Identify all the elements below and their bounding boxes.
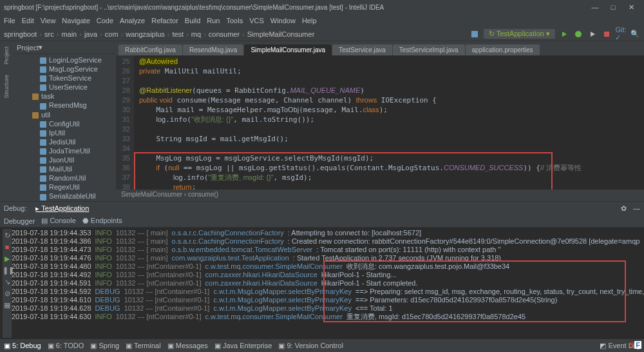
- layout-icon[interactable]: ▦: [3, 301, 12, 310]
- menu-vcs[interactable]: VCS: [249, 17, 264, 24]
- toolwindow-button[interactable]: ▣ Java Enterprise: [214, 342, 272, 350]
- debug-settings-icon[interactable]: ✿: [621, 204, 627, 213]
- debug-hide-button[interactable]: —: [633, 204, 640, 212]
- menu-refactor[interactable]: Refactor: [151, 17, 178, 24]
- nav-breadcrumb-bar: springboot›src›main›java›com›wangzaiplus…: [0, 27, 644, 41]
- debug-button[interactable]: [573, 29, 583, 39]
- toolwindow-button[interactable]: ▣ Spring: [90, 342, 119, 350]
- maximize-button[interactable]: □: [604, 3, 622, 11]
- mute-bp-icon[interactable]: ⊘: [3, 289, 12, 298]
- tree-node[interactable]: JodaTimeUtil: [15, 146, 113, 155]
- structure-toolwindow-tab[interactable]: Structure: [2, 72, 11, 101]
- tree-node[interactable]: ResendMsg: [15, 101, 113, 110]
- log-line: 2019-07-18 19:19:44.386 INFO 10132 --- […: [12, 237, 644, 246]
- tree-node[interactable]: RegexUtil: [15, 182, 113, 191]
- main-menu: FileEditViewNavigateCodeAnalyzeRefactorB…: [0, 14, 644, 27]
- toolwindow-button[interactable]: ▣ Terminal: [126, 342, 160, 350]
- window-title: springboot [F:\project\springboot] - ..\…: [4, 4, 586, 11]
- console-subtab[interactable]: ▤ Console: [41, 217, 75, 225]
- menu-build[interactable]: Build: [185, 17, 200, 24]
- rerun-icon[interactable]: ↻: [3, 231, 12, 240]
- search-button[interactable]: 🔍: [630, 29, 640, 39]
- project-toolwindow-tab[interactable]: Project: [2, 44, 11, 67]
- minimize-button[interactable]: —: [586, 3, 604, 11]
- toolwindow-button[interactable]: ▣ 5: Debug: [4, 342, 41, 350]
- toolwindow-button[interactable]: ▣ Messages: [167, 342, 208, 350]
- tree-node[interactable]: util: [15, 110, 113, 119]
- git-pull-button[interactable]: Git: ✓: [616, 29, 626, 39]
- tree-node[interactable]: JsonUtil: [15, 155, 113, 164]
- watermark-logo: SF: [630, 339, 641, 349]
- tree-node[interactable]: JedisUtil: [15, 137, 113, 146]
- menu-tools[interactable]: Tools: [226, 17, 243, 24]
- editor-tab[interactable]: SimpleMailConsumer.java: [244, 44, 332, 55]
- run-coverage-button[interactable]: [587, 29, 598, 39]
- tree-node[interactable]: TokenService: [15, 73, 113, 83]
- editor-tabs: RabbitConfig.javaResendMsg.javaSimpleMai…: [116, 41, 644, 55]
- log-line: 2019-07-18 19:19:44.591 INFO 10132 --- […: [12, 279, 644, 288]
- project-tree-header: Project: [17, 44, 39, 52]
- step-icon[interactable]: ↘: [3, 278, 12, 287]
- toolwindow-button[interactable]: ▣ 6: TODO: [48, 342, 84, 350]
- menu-analyze[interactable]: Analyze: [120, 17, 145, 24]
- log-line: 2019-07-18 19:19:44.353 INFO 10132 --- […: [12, 229, 644, 237]
- menu-edit[interactable]: Edit: [22, 17, 34, 24]
- pause-icon[interactable]: ❚❚: [3, 266, 12, 275]
- breadcrumb[interactable]: springboot›src›main›java›com›wangzaiplus…: [4, 30, 314, 38]
- log-line: 2019-07-18 19:19:44.476 INFO 10132 --- […: [12, 254, 644, 262]
- debug-session-tab[interactable]: ▸ TestApplication: [33, 203, 91, 214]
- line-gutter[interactable]: 2526272829303132333435363738394041: [116, 55, 134, 190]
- toolwindow-button[interactable]: ▣ 9: Version Control: [278, 342, 343, 350]
- menu-navigate[interactable]: Navigate: [62, 17, 90, 24]
- debugger-subtab[interactable]: Debugger: [4, 217, 35, 225]
- run-config-dropdown[interactable]: ↻ TestApplication ▾: [484, 29, 555, 39]
- log-line: 2019-07-18 19:19:44.492 INFO 10132 --- […: [12, 271, 644, 279]
- tree-node[interactable]: LoginLogService: [15, 55, 113, 64]
- tree-node[interactable]: task: [15, 92, 113, 101]
- menu-file[interactable]: File: [4, 17, 15, 24]
- editor-tab[interactable]: RabbitConfig.java: [118, 44, 182, 55]
- tree-node[interactable]: TestApplication: [15, 201, 113, 202]
- editor-tab[interactable]: application.properties: [466, 44, 540, 55]
- tree-node[interactable]: ConfigUtil: [15, 119, 113, 128]
- tree-node[interactable]: SerializableUtil: [15, 191, 113, 200]
- build-button[interactable]: [469, 29, 480, 39]
- endpoints-subtab[interactable]: ⬣ Endpoints: [82, 217, 122, 225]
- tree-node[interactable]: MsgLogService: [15, 64, 113, 73]
- stop-icon[interactable]: ■: [3, 243, 12, 252]
- editor-tab[interactable]: TestService.java: [332, 44, 392, 55]
- log-line: 2019-07-18 19:19:44.628 DEBUG 10132 --- …: [12, 304, 644, 313]
- tree-node[interactable]: UserService: [15, 83, 113, 92]
- log-line: 2019-07-18 19:19:44.592 DEBUG 10132 --- …: [12, 288, 644, 296]
- log-line: 2019-07-18 19:19:44.610 DEBUG 10132 --- …: [12, 296, 644, 304]
- menu-help[interactable]: Help: [302, 17, 317, 24]
- menu-run[interactable]: Run: [207, 17, 220, 24]
- log-line: 2019-07-18 19:19:44.473 INFO 10132 --- […: [12, 246, 644, 254]
- code-editor[interactable]: @Autowired private MailUtil mailUtil; @R…: [134, 55, 644, 190]
- project-tree-panel: Project ▾ LoginLogServiceMsgLogServiceTo…: [13, 41, 116, 201]
- menu-code[interactable]: Code: [97, 17, 113, 24]
- resume-icon[interactable]: ▶: [3, 255, 12, 264]
- tree-node[interactable]: RandomUtil: [15, 173, 113, 182]
- tree-node[interactable]: IpUtil: [15, 128, 113, 137]
- log-line: 2019-07-18 19:19:44.630 INFO 10132 --- […: [12, 313, 644, 321]
- stop-button[interactable]: [601, 29, 612, 39]
- log-line: 2019-07-18 19:19:44.480 INFO 10132 --- […: [12, 262, 644, 271]
- menu-window[interactable]: Window: [270, 17, 296, 24]
- debug-label: Debug:: [4, 204, 26, 212]
- menu-view[interactable]: View: [41, 17, 56, 24]
- run-button[interactable]: [559, 29, 569, 39]
- tree-node[interactable]: MailUtil: [15, 164, 113, 173]
- editor-tab[interactable]: TestServiceImpl.java: [393, 44, 465, 55]
- editor-breadcrumb[interactable]: SimpleMailConsumer › consume(): [116, 190, 644, 201]
- close-button[interactable]: ✕: [622, 3, 640, 12]
- editor-tab[interactable]: ResendMsg.java: [183, 44, 243, 55]
